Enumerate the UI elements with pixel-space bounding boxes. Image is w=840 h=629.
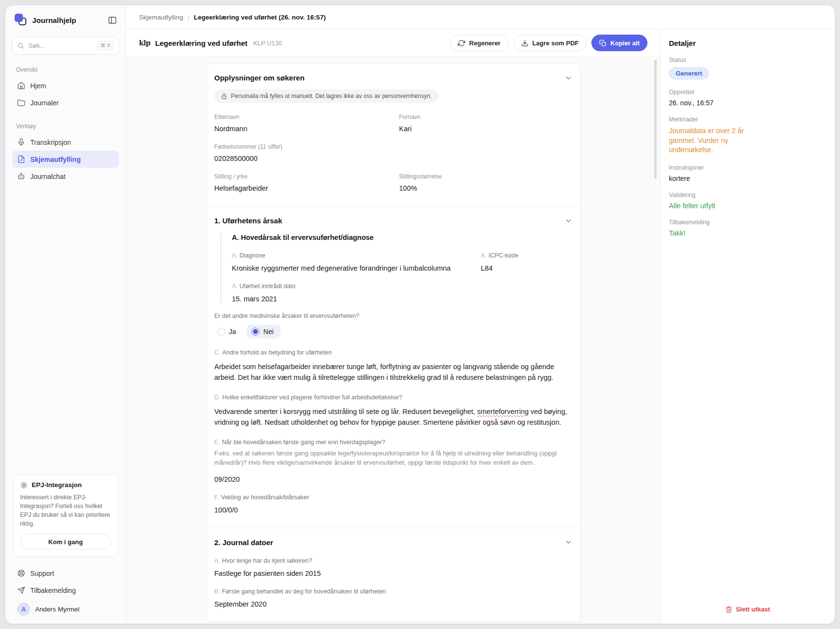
sidebar-item-tilbakemelding[interactable]: Tilbakemelding [12, 582, 119, 599]
epj-get-started-button[interactable]: Kom i gang [20, 534, 111, 550]
epj-card-body: Interessert i direkte EPJ-Integrasjon? F… [20, 493, 111, 529]
field-f-value: 100/0/0 [215, 506, 572, 514]
document-code: KLP U130 [254, 39, 282, 47]
sidebar-item-transkripsjon[interactable]: Transkripsjon [12, 134, 119, 151]
save-pdf-button[interactable]: Lagre som PDF [513, 35, 586, 51]
sidebar-item-support[interactable]: Support [12, 565, 119, 582]
field-uforhet-dato: A.Uførhet inntrådt dato 15. mars 2021 [232, 283, 572, 303]
validation-label: Validering [669, 192, 827, 198]
bot-icon [17, 172, 25, 180]
field-icpc-kode: A.ICPC-kode L84 [481, 241, 572, 272]
copy-all-button[interactable]: Kopier alt [591, 35, 647, 51]
feedback-label: Tilbakemelding [669, 219, 827, 226]
search-input[interactable] [28, 42, 93, 49]
epj-integration-card: EPJ-Integrasjon Interessert i direkte EP… [13, 474, 118, 557]
breadcrumb-separator: / [188, 14, 190, 21]
delete-draft-button[interactable]: Slett utkast [721, 603, 775, 616]
field-d-value: Vedvarende smerter i korsrygg med utstrå… [215, 406, 572, 428]
radio-nei[interactable]: Nei [247, 325, 280, 338]
chevron-down-icon[interactable] [565, 538, 572, 546]
scrollbar[interactable] [654, 60, 657, 178]
field-etternavn: Etternavn Nordmann [215, 103, 388, 133]
field-diagnose-value: Kroniske ryggsmerter med degenerative fo… [232, 264, 469, 272]
field-fornavn-value: Kari [399, 125, 572, 133]
feedback-value: Takk! [669, 229, 827, 237]
status-label: Status [669, 57, 827, 63]
notes-value: Journaldata er over 2 år gammel. Vurder … [669, 126, 751, 155]
app-name: Journalhjelp [32, 16, 76, 24]
instructions-label: Instruksjoner [669, 164, 827, 171]
search-icon [17, 42, 24, 49]
field-d: D.Hvilke enkeltfaktorer ved plagene forh… [215, 394, 572, 428]
breadcrumb: Skjemautfylling / Legeerklæring ved ufør… [126, 5, 835, 29]
field-f: F.Vekting av hovedårsak/biårsaker 100/0/… [215, 494, 572, 514]
field-e: E.Når ble hovedårsaken første gang mer e… [215, 439, 572, 483]
folder-icon [17, 98, 25, 107]
section-title: 2. Journal datoer [215, 538, 273, 547]
form-check-icon [17, 155, 25, 163]
sidebar-item-hjem[interactable]: Hjem [12, 77, 119, 94]
status-badge: Generert [669, 67, 709, 79]
section-title: Opplysninger om søkeren [215, 74, 305, 82]
sidebar-item-journalchat[interactable]: Journalchat [12, 168, 119, 185]
sidebar-item-skjemautfylling[interactable]: Skjemautfylling [12, 151, 119, 168]
radio-group-andre-arsaker: Ja Nei [215, 325, 572, 338]
user-name: Anders Myrmel [35, 606, 79, 613]
created-value: 26. nov., 16:57 [669, 99, 827, 107]
created-label: Opprettet [669, 89, 827, 96]
radio-circle-icon [252, 328, 259, 335]
field-diagnose: A.Diagnose Kroniske ryggsmerter med dege… [232, 241, 469, 272]
field-fornavn: Fornavn Kari [399, 103, 572, 133]
sidebar-item-label: Skjemautfylling [30, 156, 80, 163]
sidebar-item-label: Hjem [30, 82, 46, 90]
chevron-down-icon[interactable] [565, 217, 572, 225]
breadcrumb-current: Legeerklæring ved uførhet (26. nov. 16:5… [194, 14, 326, 21]
sidebar-item-label: Journalchat [30, 173, 65, 180]
field-kjent-sokeren: A.Hvor lenge har du kjent søkeren? Fastl… [215, 557, 572, 577]
subsection-hovedarsak: A. Hovedårsak til ervervsuførhet/diagnos… [220, 234, 572, 303]
refresh-icon [458, 39, 465, 47]
avatar: A [17, 603, 30, 616]
send-icon [17, 586, 25, 594]
subsection-title: A. Hovedårsak til ervervsuførhet/diagnos… [232, 234, 572, 241]
download-icon [521, 39, 528, 47]
regenerate-button[interactable]: Regenerer [450, 35, 508, 51]
microphone-icon [17, 138, 25, 146]
details-title: Detaljer [669, 39, 827, 47]
field-icpc-kode-value: L84 [481, 264, 572, 272]
trash-icon [725, 606, 732, 613]
field-uforhet-dato-value: 15. mars 2021 [232, 295, 572, 303]
validation-value: Alle felter utfylt [669, 202, 827, 210]
user-menu[interactable]: A Anders Myrmel [12, 599, 119, 617]
section-title: 1. Uførhetens årsak [215, 216, 282, 225]
field-e-helper: F.eks. ved at søkeren første gang oppsøk… [215, 449, 572, 468]
document-header: klp Legeerklæring ved uførhet KLP U130 R… [126, 29, 660, 57]
search-box[interactable]: ⌘ K [12, 37, 119, 55]
form-card: Opplysninger om søkeren Personalia må fy… [206, 63, 581, 622]
app-window: Journalhjelp ⌘ K Oversikt Hjem Journaler… [5, 5, 835, 624]
field-stilling: Stilling / yrke Helsefagarbeider [215, 162, 388, 192]
field-fodselsnummer-value: 02028500000 [215, 155, 572, 162]
radio-ja[interactable]: Ja [215, 325, 242, 338]
copy-icon [599, 39, 606, 47]
radio-circle-icon [217, 328, 225, 335]
field-stillingsstorrelse: Stillingsstørrelse 100% [399, 162, 572, 192]
sidebar-header: Journalhjelp [12, 13, 119, 27]
breadcrumb-parent[interactable]: Skjemautfylling [139, 14, 183, 21]
sidebar-item-journaler[interactable]: Journaler [12, 94, 119, 111]
privacy-note: Personalia må fylles ut manuelt. Det lag… [215, 89, 438, 103]
gear-icon [20, 481, 28, 489]
sidebar-item-label: Journaler [30, 99, 59, 107]
notes-label: Merknader [669, 116, 827, 123]
nav-section-verktoy: Verktøy [16, 123, 115, 130]
chevron-down-icon[interactable] [565, 74, 572, 82]
sidebar-item-label: Transkripsjon [30, 138, 71, 146]
home-icon [17, 81, 25, 90]
sidebar-item-label: Support [30, 570, 54, 577]
misspelled-word: smerteforverring [477, 408, 529, 415]
field-fodselsnummer: Fødselsnummer (11 siffer) 02028500000 [215, 143, 572, 162]
epj-card-title: EPJ-Integrasjon [32, 481, 82, 489]
sidebar-collapse-icon[interactable] [108, 16, 117, 25]
field-c: C.Andre forhold av betydning for uførhet… [215, 349, 572, 383]
instructions-value: kortere [669, 175, 827, 182]
